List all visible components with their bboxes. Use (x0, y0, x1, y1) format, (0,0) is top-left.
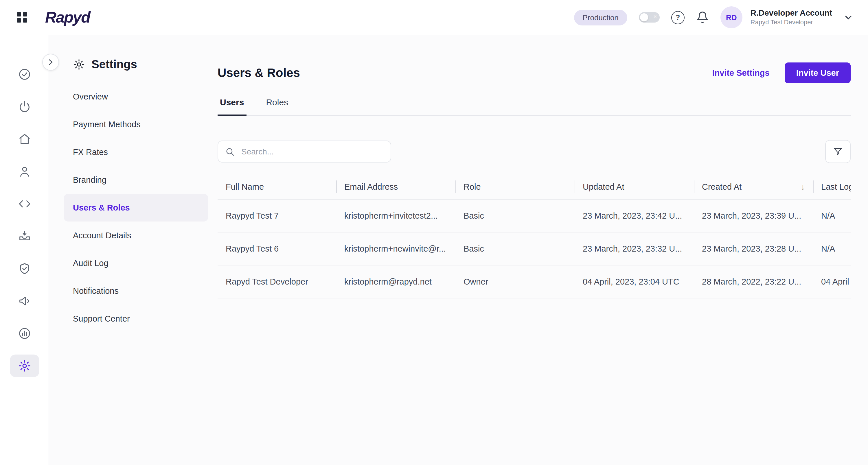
main-content: Users & Roles Invite Settings Invite Use… (218, 35, 868, 465)
users-table: Full NameEmail AddressRoleUpdated AtCrea… (218, 175, 850, 298)
account-subtitle: Rapyd Test Developer (750, 19, 832, 27)
rail-home-icon[interactable] (18, 132, 31, 146)
settings-nav-item[interactable]: Account Details (64, 222, 208, 249)
table-row[interactable]: Rapyd Test Developerkristopherm@rapyd.ne… (218, 265, 850, 298)
rail-check-circle-icon[interactable] (18, 67, 31, 81)
rail-code-icon[interactable] (18, 197, 31, 210)
search-input[interactable] (240, 146, 384, 157)
rail-bar-chart-icon[interactable] (18, 326, 31, 340)
search-box (218, 140, 391, 163)
account-name: R.Developer Account (750, 8, 832, 19)
column-header[interactable]: Created At↓ (694, 182, 813, 192)
settings-nav-item[interactable]: Audit Log (64, 249, 208, 277)
rail-power-icon[interactable] (18, 99, 31, 113)
table-cell: 23 March, 2023, 23:42 U... (575, 211, 694, 220)
top-header: Rapyd Production × ? RD R.Developer Acco… (0, 0, 868, 35)
icon-rail (0, 35, 49, 465)
column-header[interactable]: Full Name (218, 182, 336, 192)
funnel-icon (833, 146, 843, 157)
table-cell: 23 March, 2023, 23:32 U... (575, 244, 694, 253)
table-cell: kristopherm@rapyd.net (336, 277, 456, 286)
rail-shield-check-icon[interactable] (18, 261, 31, 275)
settings-heading: Settings (64, 58, 208, 71)
rapyd-logo: Rapyd (45, 8, 90, 26)
rail-user-icon[interactable] (18, 164, 31, 178)
table-header-row: Full NameEmail AddressRoleUpdated AtCrea… (218, 175, 850, 200)
table-body: Raypyd Test 7kristopherm+invitetest2...B… (218, 200, 850, 298)
column-header-label: Created At (702, 182, 742, 192)
settings-gear-icon (73, 58, 85, 71)
column-header[interactable]: Email Address (336, 182, 456, 192)
table-cell: 23 March, 2023, 23:28 U... (694, 244, 813, 253)
filter-button[interactable] (825, 140, 850, 163)
column-header[interactable]: Last Login (813, 182, 850, 192)
settings-nav-item[interactable]: Branding (64, 166, 208, 194)
search-icon (225, 146, 235, 157)
table-cell: kristopherm+newinvite@r... (336, 244, 456, 253)
table-cell: Basic (456, 211, 575, 220)
rail-inbox-tray-icon[interactable] (18, 229, 31, 243)
column-header-label: Full Name (226, 182, 264, 192)
app: Rapyd Production × ? RD R.Developer Acco… (0, 0, 868, 465)
table-row[interactable]: Raypyd Test 7kristopherm+invitetest2...B… (218, 200, 850, 232)
column-header[interactable]: Updated At (575, 182, 694, 192)
column-header-label: Updated At (583, 182, 624, 192)
notifications-bell-icon[interactable] (696, 11, 709, 24)
settings-nav-item[interactable]: Payment Methods (64, 110, 208, 138)
column-header-label: Role (464, 182, 481, 192)
settings-nav-item[interactable]: Overview (64, 83, 208, 110)
table-cell: kristopherm+invitetest2... (336, 211, 456, 220)
app-launcher-icon[interactable] (15, 10, 29, 24)
table-cell: Raypyd Test 6 (218, 244, 336, 253)
invite-settings-link[interactable]: Invite Settings (712, 68, 769, 77)
sidebar-expand-button[interactable] (42, 54, 59, 71)
table-row[interactable]: Raypyd Test 6kristopherm+newinvite@r...B… (218, 232, 850, 265)
table-cell: 04 April, 2023, 23:04 UTC (575, 277, 694, 286)
tab-users[interactable]: Users (218, 97, 246, 116)
settings-sidebar: Settings OverviewPayment MethodsFX Rates… (64, 35, 208, 333)
table-cell: Owner (456, 277, 575, 286)
environment-badge: Production (574, 9, 627, 25)
table-cell: 23 March, 2023, 23:39 U... (694, 211, 813, 220)
settings-nav-item[interactable]: Users & Roles (64, 194, 208, 222)
rail-settings-gear-icon[interactable] (9, 359, 39, 372)
settings-nav-item[interactable]: FX Rates (64, 138, 208, 166)
settings-nav-item[interactable]: Support Center (64, 305, 208, 333)
account-menu-chevron-icon[interactable] (844, 13, 853, 22)
table-cell: 04 April (813, 277, 850, 286)
account-info: R.Developer Account Rapyd Test Developer (750, 8, 832, 27)
settings-nav-item[interactable]: Notifications (64, 277, 208, 305)
avatar[interactable]: RD (720, 6, 742, 28)
table-cell: Raypyd Test 7 (218, 211, 336, 220)
column-header-label: Email Address (344, 182, 398, 192)
column-header[interactable]: Role (456, 182, 575, 192)
settings-title: Settings (91, 58, 137, 71)
environment-toggle[interactable]: × (639, 12, 660, 23)
table-cell: 28 March, 2022, 23:22 U... (694, 277, 813, 286)
tab-bar: Users Roles (218, 97, 850, 116)
rail-megaphone-icon[interactable] (18, 294, 31, 308)
column-header-label: Last Login (821, 182, 850, 192)
help-icon[interactable]: ? (671, 11, 685, 24)
table-cell: N/A (813, 211, 850, 220)
active-rail-highlight (9, 354, 39, 377)
invite-user-button[interactable]: Invite User (785, 63, 850, 83)
settings-nav-list: OverviewPayment MethodsFX RatesBrandingU… (64, 83, 208, 333)
table-cell: N/A (813, 244, 850, 253)
toggle-knob (640, 13, 648, 22)
table-cell: Rapyd Test Developer (218, 277, 336, 286)
toggle-off-icon: × (653, 13, 657, 20)
sort-desc-icon[interactable]: ↓ (801, 182, 805, 192)
table-cell: Basic (456, 244, 575, 253)
page-title: Users & Roles (218, 66, 300, 80)
tab-roles[interactable]: Roles (264, 97, 290, 115)
